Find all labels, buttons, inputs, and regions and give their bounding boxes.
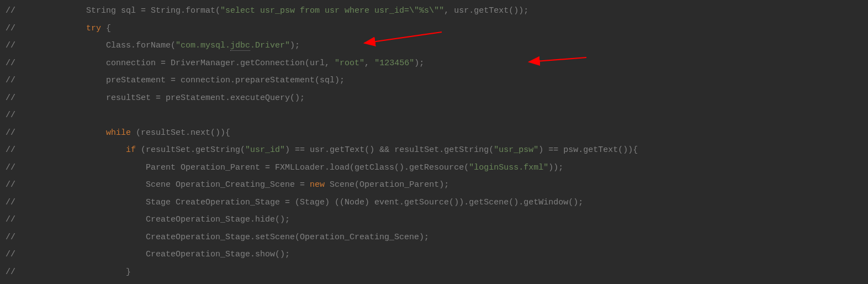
gutter-comment-marker: // <box>0 20 24 38</box>
code-line[interactable]: // Stage CreateOperation_Stage = (Stage)… <box>0 194 868 212</box>
code-line[interactable]: // <box>0 107 868 124</box>
code-line[interactable]: // String sql = String.format("select us… <box>0 2 868 20</box>
code-line[interactable]: // preStatement = connection.prepareStat… <box>0 72 868 90</box>
code-line[interactable]: // resultSet = preStatement.executeQuery… <box>0 90 868 107</box>
code-line[interactable]: // Parent Operation_Parent = FXMLLoader.… <box>0 159 868 177</box>
code-text: Scene Operation_Creating_Scene = new Sce… <box>24 176 449 194</box>
code-text: connection = DriverManager.getConnection… <box>24 55 424 72</box>
code-line[interactable]: // if (resultSet.getString("usr_id") == … <box>0 141 868 159</box>
code-text: Stage CreateOperation_Stage = (Stage) ((… <box>24 194 583 212</box>
gutter-comment-marker: // <box>0 2 24 20</box>
gutter-comment-marker: // <box>0 37 24 55</box>
gutter-comment-marker: // <box>0 194 24 212</box>
code-line[interactable]: // Scene Operation_Creating_Scene = new … <box>0 176 868 194</box>
code-line[interactable]: // while (resultSet.next()){ <box>0 124 868 142</box>
gutter-comment-marker: // <box>0 124 24 142</box>
code-text: } <box>24 264 131 281</box>
gutter-comment-marker: // <box>0 176 24 194</box>
code-text: Class.forName("com.mysql.jdbc.Driver"); <box>24 37 300 55</box>
gutter-comment-marker: // <box>0 141 24 159</box>
code-text: resultSet = preStatement.executeQuery(); <box>24 90 305 107</box>
code-text: Parent Operation_Parent = FXMLLoader.loa… <box>24 159 563 177</box>
gutter-comment-marker: // <box>0 107 24 124</box>
code-text: CreateOperation_Stage.setScene(Operation… <box>24 229 429 246</box>
code-line[interactable]: // connection = DriverManager.getConnect… <box>0 55 868 72</box>
code-text: if (resultSet.getString("usr_id") == usr… <box>24 141 638 159</box>
gutter-comment-marker: // <box>0 264 24 281</box>
gutter-comment-marker: // <box>0 246 24 264</box>
gutter-comment-marker: // <box>0 90 24 107</box>
code-text: try { <box>24 20 111 38</box>
gutter-comment-marker: // <box>0 229 24 246</box>
code-text: String sql = String.format("select usr_p… <box>24 2 528 20</box>
code-text: CreateOperation_Stage.hide(); <box>24 211 290 229</box>
code-text: preStatement = connection.prepareStateme… <box>24 72 345 90</box>
code-text: CreateOperation_Stage.show(); <box>24 246 290 264</box>
code-line[interactable]: // CreateOperation_Stage.show(); <box>0 246 868 264</box>
gutter-comment-marker: // <box>0 72 24 90</box>
code-line[interactable]: // } <box>0 264 868 281</box>
gutter-comment-marker: // <box>0 211 24 229</box>
code-line[interactable]: // Class.forName("com.mysql.jdbc.Driver"… <box>0 37 868 55</box>
code-line[interactable]: // CreateOperation_Stage.setScene(Operat… <box>0 229 868 246</box>
code-line[interactable]: // try { <box>0 20 868 38</box>
code-editor[interactable]: // String sql = String.format("select us… <box>0 0 868 284</box>
code-text: while (resultSet.next()){ <box>24 124 230 142</box>
gutter-comment-marker: // <box>0 159 24 177</box>
gutter-comment-marker: // <box>0 55 24 72</box>
code-line[interactable]: // CreateOperation_Stage.hide(); <box>0 211 868 229</box>
